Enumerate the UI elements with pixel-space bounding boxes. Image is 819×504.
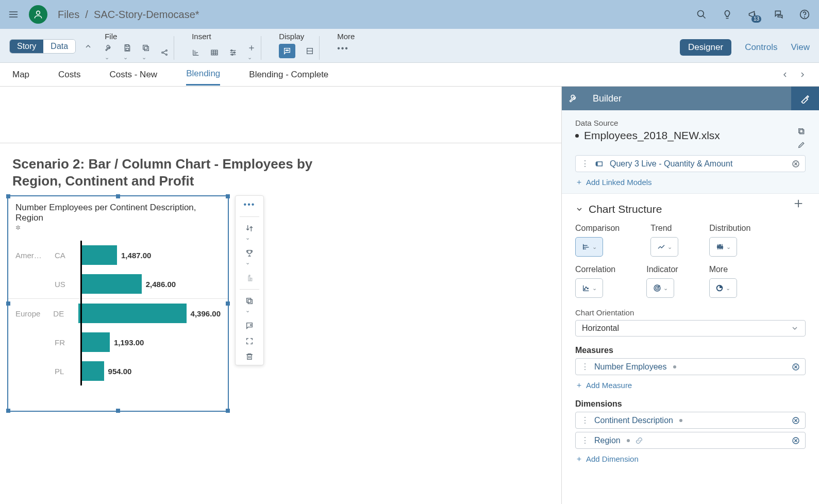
save-icon[interactable]: ⌄ [123, 44, 131, 61]
svg-point-35 [286, 50, 286, 51]
user-avatar[interactable] [29, 5, 47, 24]
insert-filter-icon[interactable] [229, 48, 237, 57]
search-icon[interactable] [695, 8, 708, 21]
chart-settings-icon[interactable]: ✲ [8, 224, 228, 231]
delete-icon[interactable] [245, 352, 254, 361]
chart-bar-row: EuropeDE4,396.00 [15, 299, 221, 328]
add-dimension[interactable]: ＋Add Dimension [575, 454, 639, 464]
sort-icon[interactable]: ⌄ [245, 224, 254, 242]
add-measure[interactable]: ＋Add Measure [575, 380, 632, 390]
collapse-ribbon-icon[interactable] [84, 42, 92, 51]
model-edit-icon[interactable] [797, 141, 806, 149]
remove-dimension-icon[interactable] [792, 436, 800, 445]
bar-value-label: 4,396.00 [191, 309, 221, 318]
discussion-icon[interactable] [773, 8, 785, 21]
svg-point-71 [586, 287, 587, 288]
chart-widget[interactable]: Number Employees per Continent Descripti… [7, 195, 229, 412]
designer-button[interactable]: Designer [680, 39, 731, 56]
chart-bar[interactable] [78, 304, 187, 323]
struct-distribution[interactable]: ⌄ [709, 237, 737, 257]
duplicate-icon[interactable]: ⌄ [245, 297, 254, 314]
tab-blending-complete[interactable]: Blending - Complete [249, 64, 328, 85]
help-icon[interactable] [798, 8, 811, 21]
chart-bar-row: PL954.00 [15, 357, 221, 385]
insert-table-icon[interactable] [210, 48, 219, 57]
link-indicator-icon [673, 365, 676, 368]
svg-rect-8 [126, 45, 128, 46]
svg-point-70 [584, 289, 585, 290]
drag-handle-icon[interactable]: ⋮ [581, 159, 589, 169]
orientation-select[interactable]: Horizontal [575, 320, 806, 337]
add-linked-models[interactable]: ＋Add Linked Models [575, 177, 652, 187]
insert-chart-icon[interactable] [192, 48, 200, 57]
comment-toggle[interactable] [279, 44, 295, 58]
drag-handle-icon[interactable]: ⋮ [581, 415, 589, 425]
chart-bar[interactable] [80, 245, 117, 265]
linked-model-item[interactable]: ⋮ Query 3 Live - Quantity & Amount [575, 155, 806, 172]
chart-bar[interactable] [80, 274, 142, 294]
struct-trend[interactable]: ⌄ [650, 237, 678, 257]
drag-handle-icon[interactable]: ⋮ [581, 362, 589, 372]
struct-more[interactable]: ⌄ [709, 278, 737, 298]
dataset-icon [595, 160, 604, 168]
struct-correlation[interactable]: ⌄ [575, 278, 603, 298]
svg-line-15 [163, 51, 165, 53]
story-canvas[interactable]: Scenario 2: Bar / Column Chart - Employe… [0, 87, 561, 504]
tools-icon[interactable]: ⌄ [105, 44, 113, 61]
dimension-item[interactable]: ⋮ Continent Description [575, 412, 806, 429]
compare-icon[interactable] [245, 274, 254, 282]
chart-menu-icon[interactable]: ••• [244, 200, 256, 209]
rank-icon[interactable]: ⌄ [245, 249, 254, 266]
tab-prev-icon[interactable] [781, 71, 789, 79]
link-icon [635, 436, 643, 445]
bar-value-label: 2,486.00 [146, 280, 176, 289]
more-icon[interactable]: ••• [337, 44, 349, 53]
view-link[interactable]: View [791, 42, 810, 53]
struct-comparison[interactable]: ⌄ [575, 237, 603, 257]
tab-next-icon[interactable] [798, 71, 807, 79]
dimension-item[interactable]: ⋮ Region [575, 432, 806, 449]
fullscreen-icon[interactable] [245, 337, 254, 345]
controls-link[interactable]: Controls [745, 42, 777, 53]
layout-icon[interactable] [306, 47, 314, 55]
tab-costs[interactable]: Costs [58, 64, 80, 85]
region-label: US [55, 280, 80, 289]
menu-icon[interactable] [8, 9, 19, 20]
tab-costs-new[interactable]: Costs - New [110, 64, 158, 85]
lightbulb-icon[interactable] [721, 8, 733, 21]
ribbon-group-insert: Insert ⌄ [192, 32, 256, 61]
data-source-block: Data Source Employees_2018_NEW.xlsx ⋮ Qu… [562, 110, 819, 194]
tab-map[interactable]: Map [12, 64, 29, 85]
svg-rect-11 [143, 45, 147, 49]
chart-bar[interactable] [80, 332, 110, 352]
builder-panel: Builder Data Source Employees_2018_NEW.x… [561, 87, 819, 504]
drag-handle-icon[interactable]: ⋮ [581, 435, 589, 445]
svg-point-75 [657, 288, 657, 288]
struct-indicator[interactable]: ⌄ [646, 278, 674, 298]
mode-story[interactable]: Story [10, 40, 43, 53]
insert-add-icon[interactable]: ⌄ [247, 44, 256, 61]
measure-item[interactable]: ⋮ Number Employees [575, 358, 806, 375]
chevron-down-icon[interactable] [575, 205, 583, 213]
tab-blending[interactable]: Blending [186, 63, 220, 86]
remove-dimension-icon[interactable] [792, 416, 800, 425]
link-indicator-icon [627, 439, 630, 442]
styling-tab-icon[interactable] [791, 87, 819, 110]
mode-data[interactable]: Data [43, 40, 75, 53]
remove-linked-model-icon[interactable] [792, 160, 800, 168]
breadcrumb-root[interactable]: Files [58, 9, 79, 20]
svg-point-72 [587, 288, 588, 289]
megaphone-icon[interactable]: 13 [747, 8, 759, 21]
chart-plot: Amer…CA1,487.00US2,486.00EuropeDE4,396.0… [15, 241, 221, 385]
mode-segmented[interactable]: Story Data [9, 39, 76, 54]
remove-measure-icon[interactable] [792, 363, 800, 371]
svg-rect-45 [247, 298, 251, 303]
chart-bar[interactable] [80, 361, 104, 381]
add-comment-icon[interactable] [245, 322, 254, 330]
content-band [0, 87, 561, 143]
copy-icon[interactable]: ⌄ [142, 44, 150, 61]
builder-icon [562, 93, 586, 104]
model-browse-icon[interactable] [797, 127, 806, 136]
primary-model[interactable]: Employees_2018_NEW.xlsx [575, 129, 720, 142]
share-icon[interactable] [160, 48, 169, 57]
